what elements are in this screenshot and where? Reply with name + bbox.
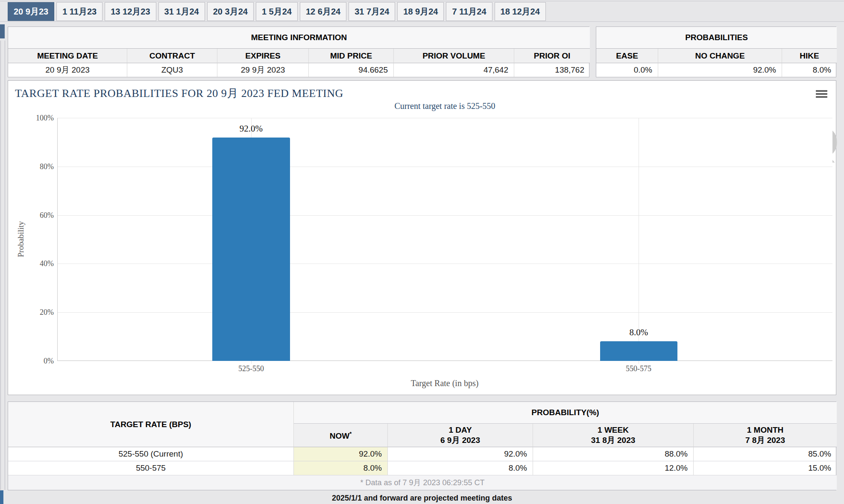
tab-meeting-date-8[interactable]: 18 9月24 [397,2,444,21]
bar-slot-550-575: 8.0% [600,118,678,361]
col-1-day: 1 DAY 6 9月 2023 [388,424,533,447]
tab-meeting-date-4[interactable]: 20 3月24 [207,2,254,21]
bar-550-575 [600,341,678,361]
x-axis-line [57,360,832,361]
bar-value-label: 92.0% [240,123,263,134]
y-tick-100: 100% [24,113,54,123]
y-tick-20: 20% [24,308,54,317]
y-tick-0: 0% [24,356,54,366]
plot-area: 92.0% 8.0% [57,118,832,361]
col-1-week: 1 WEEK 31 8月 2023 [533,424,694,447]
target-rate-chart: TARGET RATE PROBABILITIES FOR 20 9月 2023… [8,80,836,395]
x-tick-525-550: 525-550 [221,364,281,373]
no-change-value: 92.0% [658,63,782,77]
contract-value: ZQU3 [127,63,217,77]
left-edge-panel-border [0,41,5,490]
tab-meeting-date-6[interactable]: 12 6月24 [300,2,346,21]
tab-meeting-date-0[interactable]: 20 9月23 [8,2,54,21]
tab-meeting-date-10[interactable]: 18 12月24 [495,2,546,21]
probability-history-table: TARGET RATE (BPS) PROBABILITY(%) NOW* 1 … [8,401,836,490]
prior-volume-value: 47,642 [394,63,514,77]
col-now: NOW* [294,424,388,447]
y-tick-60: 60% [24,211,54,220]
target-rate-bps-header: TARGET RATE (BPS) [8,402,294,447]
projected-dates-note: 2025/1/1 and forward are projected meeti… [0,494,844,503]
col-meeting-date: MEETING DATE [8,49,127,63]
gridline-60 [57,215,832,216]
row-550-575-day: 8.0% [388,461,533,475]
row-525-550-now: 92.0% [294,447,388,461]
gridline-80 [57,167,832,167]
probabilities-table: PROBABILITIES EASE NO CHANGE HIKE 0.0% 9… [596,26,836,77]
col-ease: EASE [596,49,658,63]
col-no-change: NO CHANGE [658,49,782,63]
row-550-575-now: 8.0% [294,461,388,475]
left-edge-fragment-top [0,24,5,38]
col-prior-oi: PRIOR OI [514,49,590,63]
row-525-550-label: 525-550 (Current) [8,447,294,461]
tabbar-underline [0,21,844,22]
prior-oi-value: 138,762 [514,63,590,77]
gridline-100 [57,118,832,118]
tab-meeting-date-2[interactable]: 13 12月23 [105,2,156,21]
hike-value: 8.0% [782,63,837,77]
data-as-of-footnote: * Data as of 7 9月 2023 06:29:55 CT [8,475,837,490]
bar-525-550 [212,138,290,361]
col-1-month: 1 MONTH 7 8月 2023 [694,424,837,447]
hamburger-icon [816,90,827,92]
tab-meeting-date-1[interactable]: 1 11月23 [56,2,103,21]
probabilities-title: PROBABILITIES [596,27,837,49]
meeting-information-table: MEETING INFORMATION MEETING DATE CONTRAC… [8,26,589,77]
ease-value: 0.0% [596,63,658,77]
x-axis-title: Target Rate (in bps) [381,378,509,388]
mid-price-value: 94.6625 [309,63,394,77]
top-divider [0,1,844,1]
chart-title: TARGET RATE PROBABILITIES FOR 20 9月 2023… [15,86,343,101]
bar-value-label: 8.0% [629,327,648,338]
y-tick-40: 40% [24,259,54,268]
meeting-tab-bar: 20 9月23 1 11月23 13 12月23 31 1月24 20 3月24… [8,2,546,21]
x-tick-550-575: 550-575 [609,364,668,373]
bar-slot-525-550: 92.0% [212,118,290,361]
fedwatch-screen: 20 9月23 1 11月23 13 12月23 31 1月24 20 3月24… [0,0,844,504]
meeting-date-value: 20 9月 2023 [8,63,127,77]
tab-meeting-date-9[interactable]: 7 11月24 [446,2,492,21]
expires-value: 29 9月 2023 [217,63,309,77]
gridline-40 [57,264,832,264]
tab-meeting-date-5[interactable]: 1 5月24 [256,2,298,21]
y-axis-line [57,118,58,361]
col-expires: EXPIRES [217,49,309,63]
probability-group-header: PROBABILITY(%) [294,402,837,424]
chart-subtitle: Current target rate is 525-550 [57,101,832,111]
col-prior-volume: PRIOR VOLUME [394,49,514,63]
row-525-550-month: 85.0% [694,447,837,461]
row-525-550-day: 92.0% [388,447,533,461]
meeting-information-title: MEETING INFORMATION [8,27,590,49]
col-contract: CONTRACT [127,49,217,63]
y-axis-title: Probability [16,221,26,257]
row-525-550-week: 88.0% [533,447,694,461]
row-550-575-month: 15.0% [694,461,837,475]
col-hike: HIKE [782,49,837,63]
row-550-575-label: 550-575 [8,461,294,475]
y-tick-80: 80% [24,162,54,171]
tab-meeting-date-7[interactable]: 31 7月24 [349,2,395,21]
col-mid-price: MID PRICE [309,49,394,63]
tab-meeting-date-3[interactable]: 31 1月24 [158,2,205,21]
chart-context-menu-button[interactable] [816,90,827,98]
row-550-575-week: 12.0% [533,461,694,475]
gridline-20 [57,312,832,313]
